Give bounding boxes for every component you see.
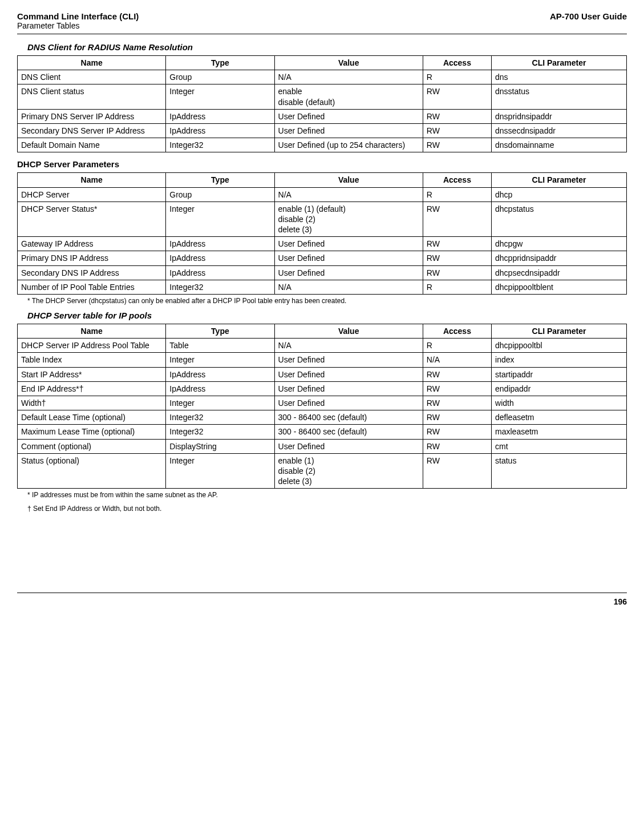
th-type: Type bbox=[166, 173, 274, 187]
cell-type: Integer32 bbox=[166, 280, 274, 294]
table-row: Secondary DNS IP AddressIpAddressUser De… bbox=[18, 265, 627, 280]
cell-value: N/A bbox=[274, 70, 423, 84]
cell-cli: dnsdomainname bbox=[492, 138, 627, 152]
section2-title: DHCP Server Parameters bbox=[17, 159, 627, 169]
table-row: Primary DNS Server IP AddressIpAddressUs… bbox=[18, 109, 627, 123]
cell-value: User Defined bbox=[274, 251, 423, 265]
cell-cli: dhcpsecdnsipaddr bbox=[492, 265, 627, 280]
cell-value: User Defined (up to 254 characters) bbox=[274, 138, 423, 152]
cell-access: R bbox=[423, 70, 491, 84]
table-row: Default Lease Time (optional)Integer3230… bbox=[18, 410, 627, 425]
cell-name: Secondary DNS Server IP Address bbox=[18, 123, 166, 138]
cell-type: Integer32 bbox=[166, 425, 274, 439]
th-value: Value bbox=[274, 173, 423, 187]
table-row: Table IndexIntegerUser DefinedN/Aindex bbox=[18, 353, 627, 367]
section3-title: DHCP Server table for IP pools bbox=[27, 311, 627, 320]
cell-type: IpAddress bbox=[166, 265, 274, 280]
th-cli: CLI Parameter bbox=[492, 56, 627, 70]
cell-access: R bbox=[423, 280, 491, 294]
table-row: Primary DNS IP AddressIpAddressUser Defi… bbox=[18, 251, 627, 265]
th-value: Value bbox=[274, 56, 423, 70]
cell-value: N/A bbox=[274, 339, 423, 353]
table-row: DHCP Server IP Address Pool TableTableN/… bbox=[18, 339, 627, 353]
section3-footnote1: * IP addresses must be from within the s… bbox=[27, 491, 627, 499]
cell-access: RW bbox=[423, 453, 491, 489]
cell-name: Maximum Lease Time (optional) bbox=[18, 425, 166, 439]
cell-cli: status bbox=[492, 453, 627, 489]
cell-value: User Defined bbox=[274, 109, 423, 123]
cell-access: RW bbox=[423, 410, 491, 425]
cell-cli: dnsstatus bbox=[492, 84, 627, 109]
cell-value: N/A bbox=[274, 280, 423, 294]
cell-value: 300 - 86400 sec (default) bbox=[274, 425, 423, 439]
cell-value: 300 - 86400 sec (default) bbox=[274, 410, 423, 425]
cell-value: User Defined bbox=[274, 265, 423, 280]
cell-cli: index bbox=[492, 353, 627, 367]
cell-type: IpAddress bbox=[166, 237, 274, 251]
cell-type: DisplayString bbox=[166, 439, 274, 453]
cell-cli: dhcpstatus bbox=[492, 202, 627, 237]
cell-name: Default Domain Name bbox=[18, 138, 166, 152]
header-rule bbox=[17, 34, 627, 34]
section1-title: DNS Client for RADIUS Name Resolution bbox=[27, 42, 627, 52]
cell-value: enable (1)disable (2)delete (3) bbox=[274, 453, 423, 489]
section3-footnote2: † Set End IP Address or Width, but not b… bbox=[27, 505, 627, 513]
table-row: End IP Address*†IpAddressUser DefinedRWe… bbox=[18, 381, 627, 396]
cell-cli: cmt bbox=[492, 439, 627, 453]
cell-name: Gateway IP Address bbox=[18, 237, 166, 251]
cell-cli: startipaddr bbox=[492, 367, 627, 381]
cell-type: IpAddress bbox=[166, 381, 274, 396]
cell-name: Start IP Address* bbox=[18, 367, 166, 381]
cell-name: DHCP Server IP Address Pool Table bbox=[18, 339, 166, 353]
cell-type: Integer32 bbox=[166, 138, 274, 152]
th-name: Name bbox=[18, 173, 166, 187]
cell-type: Integer bbox=[166, 396, 274, 410]
cell-access: RW bbox=[423, 202, 491, 237]
table-row: Maximum Lease Time (optional)Integer3230… bbox=[18, 425, 627, 439]
th-name: Name bbox=[18, 324, 166, 339]
cell-value: User Defined bbox=[274, 396, 423, 410]
section2-footnote: * The DHCP Server (dhcpstatus) can only … bbox=[27, 297, 627, 305]
cell-cli: dhcp bbox=[492, 187, 627, 202]
cell-type: Integer32 bbox=[166, 410, 274, 425]
cell-access: RW bbox=[423, 109, 491, 123]
cell-access: N/A bbox=[423, 353, 491, 367]
th-type: Type bbox=[166, 56, 274, 70]
table-header-row: Name Type Value Access CLI Parameter bbox=[18, 173, 627, 187]
cell-value: enable (1) (default)disable (2)delete (3… bbox=[274, 202, 423, 237]
cell-cli: dhcpippooltbl bbox=[492, 339, 627, 353]
page-header: Command Line Interface (CLI) Parameter T… bbox=[17, 11, 627, 30]
cell-cli: endipaddr bbox=[492, 381, 627, 396]
cell-type: IpAddress bbox=[166, 251, 274, 265]
cell-type: IpAddress bbox=[166, 109, 274, 123]
cell-access: RW bbox=[423, 251, 491, 265]
cell-name: DNS Client status bbox=[18, 84, 166, 109]
cell-cli: maxleasetm bbox=[492, 425, 627, 439]
cell-name: End IP Address*† bbox=[18, 381, 166, 396]
th-type: Type bbox=[166, 324, 274, 339]
cell-name: Table Index bbox=[18, 353, 166, 367]
section2-table: Name Type Value Access CLI Parameter DHC… bbox=[17, 172, 627, 295]
cell-access: RW bbox=[423, 367, 491, 381]
section1-table: Name Type Value Access CLI Parameter DNS… bbox=[17, 55, 627, 152]
header-title-line2: Parameter Tables bbox=[17, 21, 139, 30]
th-cli: CLI Parameter bbox=[492, 173, 627, 187]
cell-type: Group bbox=[166, 70, 274, 84]
cell-access: R bbox=[423, 339, 491, 353]
table-row: Comment (optional)DisplayStringUser Defi… bbox=[18, 439, 627, 453]
cell-cli: dhcpgw bbox=[492, 237, 627, 251]
cell-access: RW bbox=[423, 439, 491, 453]
cell-type: Integer bbox=[166, 353, 274, 367]
cell-type: IpAddress bbox=[166, 367, 274, 381]
table-header-row: Name Type Value Access CLI Parameter bbox=[18, 56, 627, 70]
cell-value: User Defined bbox=[274, 381, 423, 396]
table-row: Default Domain NameInteger32User Defined… bbox=[18, 138, 627, 152]
cell-type: Integer bbox=[166, 84, 274, 109]
page-number: 196 bbox=[17, 597, 627, 606]
cell-name: Primary DNS Server IP Address bbox=[18, 109, 166, 123]
cell-name: DHCP Server Status* bbox=[18, 202, 166, 237]
cell-cli: dnspridnsipaddr bbox=[492, 109, 627, 123]
cell-cli: dhcpippooltblent bbox=[492, 280, 627, 294]
table-row: Status (optional)Integerenable (1)disabl… bbox=[18, 453, 627, 489]
header-title-line1: Command Line Interface (CLI) bbox=[17, 11, 139, 21]
